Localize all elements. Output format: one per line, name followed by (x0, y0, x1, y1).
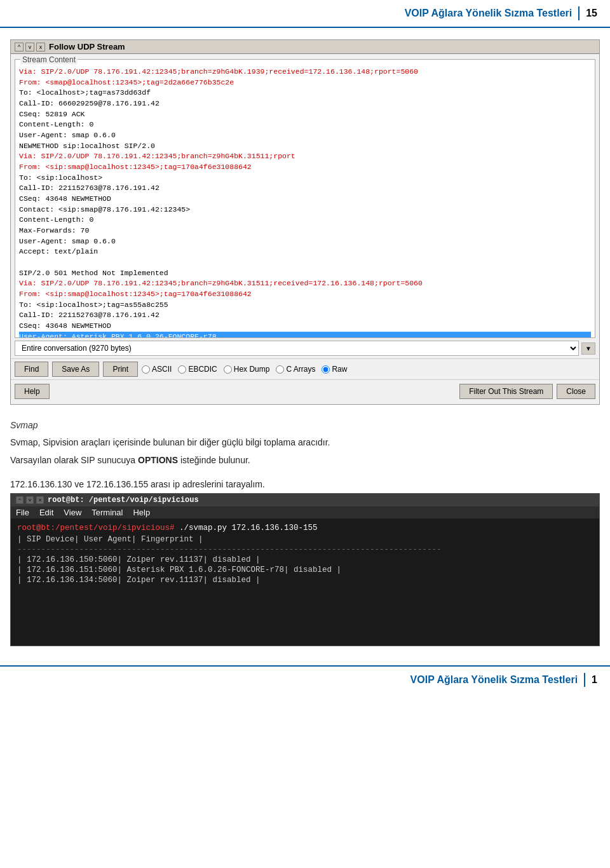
terminal-body: root@bt:/pentest/voip/sipvicious# ./svma… (11, 519, 599, 646)
table-cell-ua-3: | Zoiper rev.11137 (118, 576, 203, 585)
radio-raw-input[interactable] (322, 365, 330, 374)
terminal-close-btn[interactable]: x (36, 496, 44, 504)
terminal-title: root@bt: /pentest/voip/sipvicious (48, 496, 199, 505)
terminal-prompt-line: root@bt:/pentest/voip/sipvicious# ./svma… (17, 524, 593, 532)
terminal-prompt: root@bt:/pentest/voip/sipvicious# (17, 524, 175, 532)
dialog-title: Follow UDP Stream (49, 42, 125, 51)
print-button[interactable]: Print (103, 362, 138, 377)
body-section: Svmap Svmap, Sipvision araçları içerisin… (10, 420, 600, 468)
terminal-window: ^ v x root@bt: /pentest/voip/sipvicious … (10, 493, 600, 646)
terminal-command: ./svmap.py 172.16.136.130-155 (175, 524, 318, 532)
page-header: VOIP Ağlara Yönelik Sızma Testleri 15 (0, 0, 610, 28)
terminal-titlebar: ^ v x root@bt: /pentest/voip/sipvicious (11, 494, 599, 506)
radio-hexdump-input[interactable] (224, 365, 232, 374)
terminal-menu-terminal[interactable]: Terminal (92, 508, 123, 517)
radio-carrays-label: C Arrays (286, 365, 315, 374)
terminal-menu-view[interactable]: View (64, 508, 81, 517)
radio-carrays-input[interactable] (276, 365, 284, 374)
dropdown-arrow-btn[interactable]: ▼ (581, 342, 595, 355)
button-row-1: Find Save As Print ASCII EBCDIC Hex Dump… (11, 358, 599, 379)
terminal-menu-file[interactable]: File (16, 508, 29, 517)
header-page-num: 15 (586, 8, 597, 19)
table-cell-ip-3: | 172.16.136.134:5060 (17, 576, 118, 585)
svmap-label: Svmap (10, 420, 600, 430)
help-button[interactable]: Help (15, 384, 50, 399)
filter-out-button[interactable]: Filter Out This Stream (459, 384, 553, 399)
table-cell-ip-1: | 172.16.136.150:5060 (17, 555, 118, 564)
paragraph-2-suffix: isteğinde bulunur. (178, 455, 250, 465)
footer-divider (584, 673, 585, 687)
table-row: | 172.16.136.134:5060 | Zoiper rev.11137… (17, 576, 593, 585)
terminal-menu-help[interactable]: Help (133, 508, 150, 517)
terminal-restore-btn[interactable]: v (26, 496, 34, 504)
table-cell-fp-1: | disabled | (203, 555, 261, 564)
table-cell-fp-2: | disabled | (284, 566, 341, 574)
terminal-col-fingerprint-header: | Fingerprint | (132, 535, 203, 544)
radio-ascii-label: ASCII (152, 365, 172, 374)
right-button-group: Filter Out This Stream Close (459, 384, 595, 399)
close-titlebar-btn[interactable]: x (36, 43, 45, 51)
stream-content-group: Stream Content Via: SIP/2.0/UDP 78.176.1… (15, 59, 595, 338)
terminal-separator: ----------------------------------------… (17, 545, 593, 554)
radio-ascii[interactable]: ASCII (142, 365, 172, 374)
radio-hexdump[interactable]: Hex Dump (224, 365, 270, 374)
terminal-menubar: File Edit View Terminal Help (11, 506, 599, 519)
follow-udp-dialog: ^ v x Follow UDP Stream Stream Content V… (10, 39, 600, 405)
ip-scan-text: 172.16.136.130 ve 172.16.136.155 arası i… (10, 479, 610, 489)
radio-raw-label: Raw (332, 365, 347, 374)
find-button[interactable]: Find (15, 362, 48, 377)
terminal-header-row: | SIP Device | User Agent | Fingerprint … (17, 535, 593, 544)
button-row-2: Help Filter Out This Stream Close (11, 379, 599, 404)
stream-content-area[interactable]: Via: SIP/2.0/UDP 78.176.191.42:12345;bra… (15, 64, 595, 337)
radio-ebcdic[interactable]: EBCDIC (178, 365, 217, 374)
table-row: | 172.16.136.150:5060 | Zoiper rev.11137… (17, 555, 593, 564)
radio-hexdump-label: Hex Dump (234, 365, 270, 374)
conversation-select[interactable]: Entire conversation (9270 bytes) (15, 341, 579, 356)
stream-text: Via: SIP/2.0/UDP 78.176.191.42:12345;bra… (19, 67, 591, 337)
page-footer: VOIP Ağlara Yönelik Sızma Testleri 1 (0, 665, 610, 693)
paragraph-2: Varsayılan olarak SIP sunucuya OPTIONS i… (10, 453, 600, 467)
radio-raw[interactable]: Raw (322, 365, 347, 374)
table-cell-ip-2: | 172.16.136.151:5060 (17, 566, 118, 574)
dialog-titlebar: ^ v x Follow UDP Stream (11, 40, 599, 54)
terminal-buttons: ^ v x (16, 496, 44, 504)
paragraph-1: Svmap, Sipvision araçları içerisinde bul… (10, 435, 600, 449)
table-row: | 172.16.136.151:5060 | Asterisk PBX 1.6… (17, 566, 593, 574)
titlebar-buttons: ^ v x (15, 43, 45, 51)
radio-ascii-input[interactable] (142, 365, 150, 374)
radio-ebcdic-label: EBCDIC (188, 365, 217, 374)
paragraph-2-bold: OPTIONS (138, 455, 178, 465)
terminal-col-header: | SIP Device (17, 535, 74, 544)
save-as-button[interactable]: Save As (52, 362, 99, 377)
footer-page-num: 1 (592, 674, 597, 686)
radio-carrays[interactable]: C Arrays (276, 365, 315, 374)
footer-title: VOIP Ağlara Yönelik Sızma Testleri (410, 674, 578, 686)
radio-ebcdic-input[interactable] (178, 365, 186, 374)
table-cell-ua-1: | Zoiper rev.11137 (118, 555, 203, 564)
close-button[interactable]: Close (557, 384, 595, 399)
terminal-col-useragent-header: | User Agent (74, 535, 132, 544)
terminal-minimize-btn[interactable]: ^ (16, 496, 24, 504)
table-cell-fp-3: | disabled | (203, 576, 261, 585)
table-cell-ua-2: | Asterisk PBX 1.6.0.26-FONCORE-r78 (118, 566, 285, 574)
restore-btn[interactable]: v (25, 43, 34, 51)
header-divider (578, 6, 580, 20)
minimize-btn[interactable]: ^ (15, 43, 24, 51)
header-title: VOIP Ağlara Yönelik Sızma Testleri (405, 8, 573, 19)
paragraph-2-prefix: Varsayılan olarak SIP sunucuya (10, 455, 138, 465)
terminal-menu-edit[interactable]: Edit (39, 508, 53, 517)
dropdown-row: Entire conversation (9270 bytes) ▼ (15, 341, 595, 356)
stream-group-label: Stream Content (20, 55, 78, 64)
encoding-radio-group: ASCII EBCDIC Hex Dump C Arrays Raw (142, 365, 347, 374)
